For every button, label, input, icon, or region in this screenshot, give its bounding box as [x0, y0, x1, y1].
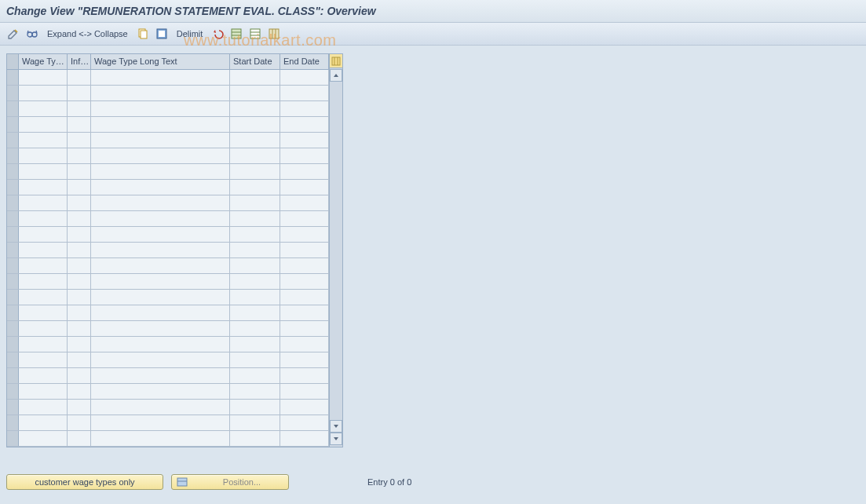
cell-long-text[interactable]: [91, 400, 230, 415]
row-selector[interactable]: [7, 117, 19, 132]
cell-long-text[interactable]: [91, 117, 230, 132]
cell-wage-type[interactable]: [19, 305, 68, 320]
row-selector[interactable]: [7, 243, 19, 257]
cell-end-date[interactable]: [280, 86, 329, 100]
row-selector[interactable]: [7, 258, 19, 273]
scroll-down-button[interactable]: [330, 420, 342, 433]
cell-info[interactable]: [68, 164, 91, 179]
table-row[interactable]: [7, 86, 329, 101]
cell-long-text[interactable]: [91, 258, 230, 273]
cell-start-date[interactable]: [230, 352, 280, 367]
cell-wage-type[interactable]: [19, 86, 68, 100]
cell-wage-type[interactable]: [19, 195, 68, 210]
cell-end-date[interactable]: [280, 258, 329, 273]
scroll-track[interactable]: [330, 82, 342, 419]
cell-end-date[interactable]: [280, 384, 329, 399]
cell-start-date[interactable]: [230, 400, 280, 415]
table-settings-icon[interactable]: [267, 27, 281, 41]
col-end-date[interactable]: End Date: [280, 54, 329, 69]
table-row[interactable]: [7, 274, 329, 290]
table-row[interactable]: [7, 195, 329, 211]
table-row[interactable]: [7, 415, 329, 431]
table-config-button[interactable]: [329, 53, 343, 68]
cell-start-date[interactable]: [230, 243, 280, 257]
cell-long-text[interactable]: [91, 274, 230, 289]
cell-end-date[interactable]: [280, 290, 329, 305]
table-row[interactable]: [7, 258, 329, 274]
cell-info[interactable]: [68, 211, 91, 226]
cell-wage-type[interactable]: [19, 243, 68, 257]
row-selector[interactable]: [7, 384, 19, 399]
cell-end-date[interactable]: [280, 101, 329, 116]
cell-start-date[interactable]: [230, 431, 280, 446]
cell-start-date[interactable]: [230, 180, 280, 195]
cell-end-date[interactable]: [280, 431, 329, 446]
cell-start-date[interactable]: [230, 305, 280, 320]
cell-long-text[interactable]: [91, 180, 230, 195]
cell-end-date[interactable]: [280, 195, 329, 210]
cell-long-text[interactable]: [91, 415, 230, 430]
cell-info[interactable]: [68, 384, 91, 399]
cell-long-text[interactable]: [91, 431, 230, 446]
row-selector[interactable]: [7, 337, 19, 352]
cell-start-date[interactable]: [230, 227, 280, 242]
row-selector[interactable]: [7, 321, 19, 336]
cell-wage-type[interactable]: [19, 321, 68, 336]
cell-info[interactable]: [68, 415, 91, 430]
table-row[interactable]: [7, 368, 329, 384]
cell-long-text[interactable]: [91, 305, 230, 320]
cell-info[interactable]: [68, 195, 91, 210]
cell-start-date[interactable]: [230, 258, 280, 273]
cell-info[interactable]: [68, 101, 91, 116]
cell-long-text[interactable]: [91, 352, 230, 367]
table-row[interactable]: [7, 133, 329, 148]
cell-end-date[interactable]: [280, 368, 329, 383]
table-row[interactable]: [7, 227, 329, 243]
cell-start-date[interactable]: [230, 415, 280, 430]
row-selector[interactable]: [7, 352, 19, 367]
cell-end-date[interactable]: [280, 70, 329, 85]
cell-long-text[interactable]: [91, 337, 230, 352]
table-row[interactable]: [7, 290, 329, 305]
cell-start-date[interactable]: [230, 117, 280, 132]
cell-long-text[interactable]: [91, 243, 230, 257]
cell-start-date[interactable]: [230, 195, 280, 210]
cell-info[interactable]: [68, 180, 91, 195]
cell-start-date[interactable]: [230, 164, 280, 179]
table-row[interactable]: [7, 337, 329, 352]
cell-wage-type[interactable]: [19, 258, 68, 273]
select-all-header[interactable]: [7, 54, 19, 69]
edit-icon[interactable]: [6, 27, 20, 41]
row-selector[interactable]: [7, 164, 19, 179]
cell-start-date[interactable]: [230, 86, 280, 100]
scroll-up-button[interactable]: [330, 69, 342, 82]
cell-end-date[interactable]: [280, 211, 329, 226]
cell-wage-type[interactable]: [19, 211, 68, 226]
cell-start-date[interactable]: [230, 133, 280, 148]
cell-end-date[interactable]: [280, 133, 329, 148]
cell-wage-type[interactable]: [19, 368, 68, 383]
table-row[interactable]: [7, 101, 329, 117]
cell-long-text[interactable]: [91, 384, 230, 399]
cell-wage-type[interactable]: [19, 180, 68, 195]
row-selector[interactable]: [7, 211, 19, 226]
cell-start-date[interactable]: [230, 321, 280, 336]
table-deselect-icon[interactable]: [248, 27, 262, 41]
cell-end-date[interactable]: [280, 352, 329, 367]
row-selector[interactable]: [7, 70, 19, 85]
cell-info[interactable]: [68, 368, 91, 383]
table-row[interactable]: [7, 164, 329, 180]
cell-info[interactable]: [68, 258, 91, 273]
cell-long-text[interactable]: [91, 86, 230, 100]
row-selector[interactable]: [7, 368, 19, 383]
table-row[interactable]: [7, 400, 329, 415]
cell-wage-type[interactable]: [19, 400, 68, 415]
cell-start-date[interactable]: [230, 274, 280, 289]
cell-long-text[interactable]: [91, 227, 230, 242]
cell-start-date[interactable]: [230, 337, 280, 352]
cell-long-text[interactable]: [91, 368, 230, 383]
row-selector[interactable]: [7, 290, 19, 305]
cell-end-date[interactable]: [280, 148, 329, 163]
select-all-icon[interactable]: [155, 27, 169, 41]
cell-start-date[interactable]: [230, 70, 280, 85]
